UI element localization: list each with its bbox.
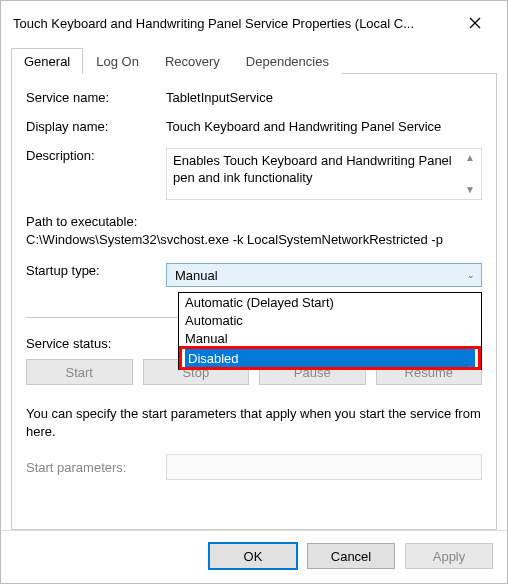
content-area: General Log On Recovery Dependencies Ser… bbox=[1, 41, 507, 530]
description-text: Enables Touch Keyboard and Handwriting P… bbox=[173, 153, 452, 185]
option-automatic[interactable]: Automatic bbox=[179, 311, 481, 329]
start-button: Start bbox=[26, 359, 133, 385]
apply-button: Apply bbox=[405, 543, 493, 569]
tab-logon[interactable]: Log On bbox=[83, 48, 152, 74]
chevron-down-icon: ⌄ bbox=[467, 270, 475, 280]
general-panel: Service name: TabletInputService Display… bbox=[11, 74, 497, 530]
startup-type-select[interactable]: Manual ⌄ bbox=[166, 263, 482, 287]
display-name-value: Touch Keyboard and Handwriting Panel Ser… bbox=[166, 119, 482, 134]
start-params-label: Start parameters: bbox=[26, 460, 166, 475]
window-title: Touch Keyboard and Handwriting Panel Ser… bbox=[13, 16, 414, 31]
startup-type-selected: Manual bbox=[175, 268, 218, 283]
dialog-footer: OK Cancel Apply bbox=[1, 530, 507, 583]
scroll-down-icon[interactable]: ▼ bbox=[465, 185, 475, 195]
path-value: C:\Windows\System32\svchost.exe -k Local… bbox=[26, 232, 482, 247]
properties-dialog: Touch Keyboard and Handwriting Panel Ser… bbox=[0, 0, 508, 584]
startup-type-label: Startup type: bbox=[26, 263, 166, 287]
option-auto-delayed[interactable]: Automatic (Delayed Start) bbox=[179, 293, 481, 311]
option-disabled-highlight: Disabled bbox=[179, 346, 481, 370]
start-params-input bbox=[166, 454, 482, 480]
option-disabled[interactable]: Disabled bbox=[185, 349, 475, 367]
description-scroll[interactable]: ▲ ▼ bbox=[461, 149, 479, 199]
tab-recovery[interactable]: Recovery bbox=[152, 48, 233, 74]
description-label: Description: bbox=[26, 148, 166, 200]
tab-general[interactable]: General bbox=[11, 48, 83, 74]
tab-dependencies[interactable]: Dependencies bbox=[233, 48, 342, 74]
titlebar: Touch Keyboard and Handwriting Panel Ser… bbox=[1, 1, 507, 41]
scroll-up-icon[interactable]: ▲ bbox=[465, 153, 475, 163]
service-name-value: TabletInputService bbox=[166, 90, 482, 105]
startup-type-dropdown[interactable]: Automatic (Delayed Start) Automatic Manu… bbox=[178, 292, 482, 370]
service-name-label: Service name: bbox=[26, 90, 166, 105]
description-box: Enables Touch Keyboard and Handwriting P… bbox=[166, 148, 482, 200]
path-label: Path to executable: bbox=[26, 214, 482, 229]
option-manual[interactable]: Manual bbox=[179, 329, 481, 347]
tab-strip: General Log On Recovery Dependencies bbox=[11, 47, 497, 74]
ok-button[interactable]: OK bbox=[209, 543, 297, 569]
service-status-label: Service status: bbox=[26, 336, 166, 351]
close-icon[interactable] bbox=[455, 9, 495, 37]
start-params-hint: You can specify the start parameters tha… bbox=[26, 405, 482, 440]
display-name-label: Display name: bbox=[26, 119, 166, 134]
cancel-button[interactable]: Cancel bbox=[307, 543, 395, 569]
